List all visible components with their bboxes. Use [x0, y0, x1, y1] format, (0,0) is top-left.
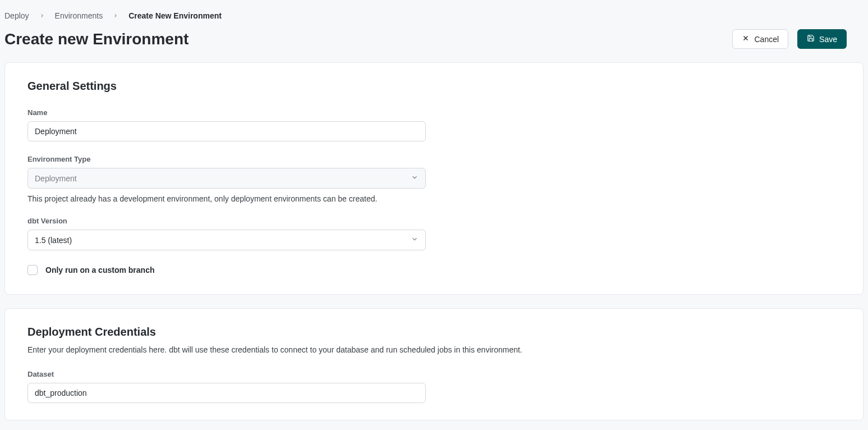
- name-input[interactable]: [27, 121, 426, 141]
- breadcrumb-deploy[interactable]: Deploy: [4, 11, 29, 20]
- close-icon: [742, 34, 750, 44]
- save-button[interactable]: Save: [797, 29, 847, 49]
- deployment-credentials-description: Enter your deployment credentials here. …: [27, 345, 841, 354]
- dbt-version-value: 1.5 (latest): [35, 236, 72, 245]
- breadcrumb: Deploy Environments Create New Environme…: [4, 4, 864, 25]
- dbt-version-select[interactable]: 1.5 (latest): [27, 230, 426, 250]
- dbt-version-label: dbt Version: [27, 217, 841, 225]
- custom-branch-checkbox[interactable]: [27, 265, 38, 275]
- environment-type-select: Deployment: [27, 168, 426, 189]
- chevron-down-icon: [411, 235, 419, 245]
- save-icon: [807, 34, 815, 44]
- cancel-button-label: Cancel: [754, 35, 779, 44]
- environment-type-value: Deployment: [35, 174, 77, 183]
- environment-type-label: Environment Type: [27, 155, 841, 163]
- chevron-right-icon: [113, 13, 118, 19]
- page-title: Create new Environment: [4, 30, 189, 48]
- dataset-label: Dataset: [27, 370, 841, 378]
- chevron-right-icon: [39, 13, 45, 19]
- chevron-down-icon: [411, 173, 419, 183]
- breadcrumb-create-new-environment: Create New Environment: [128, 11, 222, 20]
- name-label: Name: [27, 108, 841, 117]
- breadcrumb-environments[interactable]: Environments: [55, 11, 103, 20]
- custom-branch-label: Only run on a custom branch: [45, 266, 154, 275]
- general-settings-card: General Settings Name Environment Type D…: [4, 62, 864, 295]
- save-button-label: Save: [819, 35, 837, 44]
- deployment-credentials-card: Deployment Credentials Enter your deploy…: [4, 308, 864, 420]
- general-settings-title: General Settings: [27, 80, 841, 93]
- cancel-button[interactable]: Cancel: [732, 29, 788, 49]
- dataset-input[interactable]: [27, 383, 426, 403]
- deployment-credentials-title: Deployment Credentials: [27, 326, 841, 338]
- environment-type-help: This project already has a development e…: [27, 194, 841, 203]
